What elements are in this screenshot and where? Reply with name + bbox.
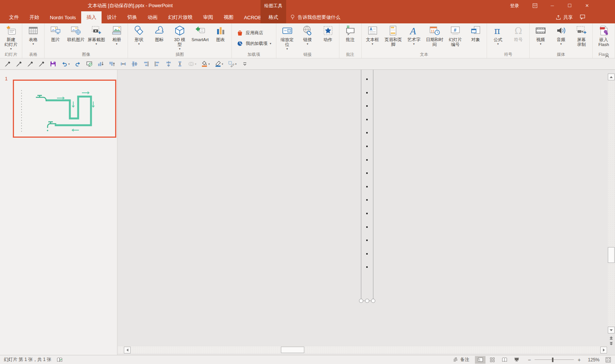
store-button[interactable]: 应用商店 [236,29,271,37]
vertical-scroll-track[interactable] [608,80,615,327]
present-current-button[interactable] [86,61,92,67]
selection-handle[interactable] [371,299,375,303]
ribbon-display-options-icon[interactable] [532,3,538,9]
sign-in-link[interactable]: 登录 [510,3,519,9]
distribute-vertical-button[interactable] [177,61,183,67]
table-button[interactable]: 表格▾ [23,23,43,46]
my-add-ins-button[interactable]: 我的加载项▾ [236,40,271,47]
align-right-button[interactable] [143,61,149,67]
spell-check-icon[interactable] [57,357,63,363]
previous-slide-button[interactable] [608,335,615,341]
align-bottom-button[interactable] [97,61,104,67]
scroll-right-button[interactable] [600,347,607,353]
distribute-horizontal-button[interactable] [120,61,126,67]
action-button[interactable]: 动作 [318,23,338,42]
eyedropper-button[interactable] [16,61,22,67]
tab-幻灯片放映[interactable]: 幻灯片放映 [163,11,198,23]
smartart-button[interactable]: SmartArt [190,23,210,42]
shape-fill-button[interactable]: ▾ [201,61,210,67]
eyedropper-button[interactable] [27,61,34,67]
notes-button[interactable]: 备注 [453,356,469,363]
screenshot-button[interactable]: 屏幕截图▾ [86,23,106,46]
qat-overflow-button[interactable] [242,61,248,67]
align-left-button[interactable] [154,61,160,67]
align-middle-button[interactable] [131,61,138,67]
tab-format[interactable]: 格式 [260,11,286,23]
new-slide-button[interactable]: 新建 幻灯片▾ [1,23,21,51]
wordart-button[interactable]: A艺术字▾ [404,23,424,46]
zoom-link-button[interactable]: 缩放定 位▾ [277,23,297,51]
vertical-scroll-thumb[interactable] [608,247,615,263]
tab-开始[interactable]: 开始 [24,11,45,23]
slide-number-button[interactable]: #幻灯片 编号 [445,23,465,47]
minimize-icon[interactable]: ─ [549,3,555,9]
normal-view-button[interactable] [475,356,486,364]
align-center-button[interactable] [165,61,172,67]
reading-view-button[interactable] [499,356,510,364]
picture-button[interactable]: 图片 [45,23,66,42]
align-top-button[interactable] [109,61,115,67]
collapse-ribbon-icon[interactable] [604,53,610,57]
tab-Nordri Tools[interactable]: Nordri Tools [45,11,81,23]
close-icon[interactable]: ✕ [584,3,590,9]
date-time-button[interactable]: 日期和时间 [424,23,445,47]
save-button[interactable] [50,61,56,67]
tab-插入[interactable]: 插入 [81,11,102,23]
video-button[interactable]: 视频▾ [530,23,551,46]
tab-审阅[interactable]: 审阅 [198,11,218,23]
link-button[interactable]: 链接▾ [297,23,318,46]
share-button[interactable]: 共享 [555,14,573,21]
ribbon-group-Flash: 嵌入 FlashFlash [593,23,615,58]
header-footer-button[interactable]: 页眉和页脚 [383,23,404,47]
bullet-point [366,226,368,228]
undo-button[interactable]: ▾ [61,61,70,67]
tab-切换[interactable]: 切换 [122,11,142,23]
scroll-left-button[interactable] [124,347,131,353]
slideshow-button[interactable] [511,356,522,364]
maximize-icon[interactable]: ☐ [567,3,573,9]
edit-shape-button[interactable]: ▾ [228,61,237,67]
text-box-button[interactable]: A文本框▾ [362,23,383,46]
button-label: 艺术字 [407,37,421,42]
shapes-button[interactable]: 形状▾ [129,23,149,46]
ribbon-group-label: 链接 [277,52,338,58]
tab-文件[interactable]: 文件 [4,11,24,23]
photo-album-button[interactable]: 相册▾ [106,23,127,46]
selection-handle[interactable] [359,299,363,303]
fit-to-window-icon[interactable] [605,357,611,363]
eyedropper-button[interactable] [39,61,45,67]
comment-button[interactable]: 批注 [340,23,361,42]
screen-recording-button[interactable]: 屏幕 录制 [571,23,592,47]
slide-1-thumbnail[interactable] [13,80,116,138]
tab-视图[interactable]: 视图 [218,11,239,23]
zoom-slider[interactable] [535,357,574,362]
tab-设计[interactable]: 设计 [102,11,122,23]
chart-button[interactable]: 图表 [210,23,231,42]
audio-button[interactable]: 音频▾ [551,23,571,46]
scroll-up-button[interactable] [608,74,615,80]
redo-button[interactable] [75,61,81,67]
embed-flash-button[interactable]: 嵌入 Flash [593,23,614,47]
selection-handle[interactable] [365,299,369,303]
comments-icon[interactable] [580,14,586,21]
icons-button[interactable]: 图标 [149,23,170,42]
shape-outline-button[interactable]: ▾ [215,61,223,67]
slide-canvas[interactable] [118,70,615,355]
next-slide-button[interactable] [608,341,615,346]
tab-动画[interactable]: 动画 [142,11,163,23]
3d-models-button[interactable]: 3D 模 型▾ [170,23,190,51]
tell-me-box[interactable]: 告诉我你想要做什么 [290,11,341,23]
zoom-out-button[interactable]: − [527,357,531,363]
zoom-in-button[interactable]: + [577,357,581,363]
zoom-level[interactable]: 125% [587,357,600,362]
eyedropper-button[interactable] [5,61,11,67]
scroll-down-button[interactable] [608,327,615,333]
shape-outline-icon [215,61,221,67]
online-pictures-button[interactable]: 联机图片 [66,23,86,42]
zoom-slider-thumb[interactable] [552,358,553,362]
my-add-ins-icon [236,40,244,47]
slide-sorter-button[interactable] [487,356,498,364]
horizontal-scroll-thumb[interactable] [281,347,304,353]
object-button[interactable]: 对象 [465,23,486,42]
equation-button[interactable]: π公式▾ [488,23,508,46]
